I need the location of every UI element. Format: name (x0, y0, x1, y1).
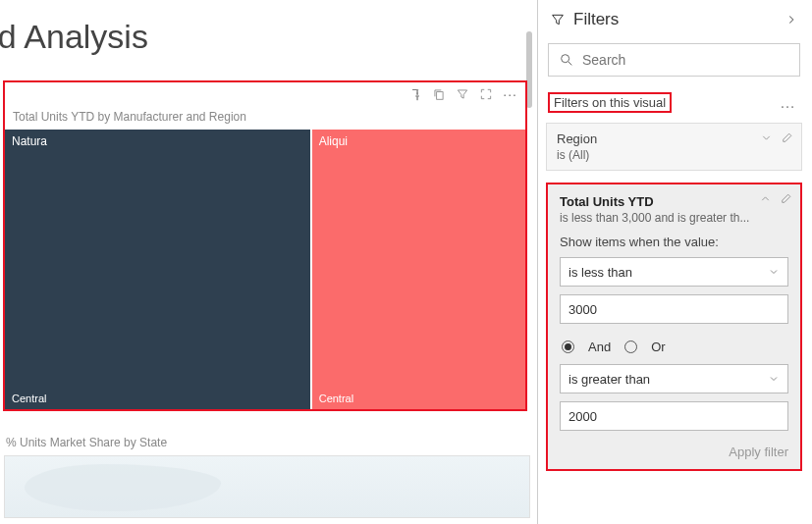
value-input-2[interactable] (560, 401, 788, 431)
filter-desc: is less than 3,000 and is greater th... (560, 211, 788, 225)
treemap-body[interactable]: Natura Central Aliqui Central (5, 130, 525, 409)
svg-point-1 (562, 55, 569, 63)
filter-title: Total Units YTD (560, 194, 788, 209)
treemap-cell-aliqui[interactable]: Aliqui Central (312, 130, 525, 409)
treemap-cell-natura[interactable]: Natura Central (5, 130, 312, 409)
apply-filter-button[interactable]: Apply filter (560, 445, 788, 459)
funnel-icon (550, 12, 566, 27)
filter-card-region[interactable]: Region is (All) (546, 123, 802, 171)
operator-value: is less than (568, 265, 632, 280)
focus-mode-icon[interactable] (479, 87, 493, 101)
treemap-visual[interactable]: ··· Total Units YTD by Manufacturer and … (3, 80, 527, 411)
operator-select-1[interactable]: is less than (560, 257, 788, 287)
filters-search[interactable] (548, 43, 800, 77)
cell-manufacturer-label: Natura (12, 134, 47, 148)
chevron-right-icon[interactable] (785, 13, 798, 26)
filter-desc: is (All) (557, 148, 791, 162)
show-items-label: Show items when the value: (560, 235, 788, 249)
operator-value: is greater than (568, 372, 650, 387)
filter-icon[interactable] (456, 87, 469, 101)
radio-and[interactable] (562, 341, 574, 353)
search-input[interactable] (582, 52, 789, 68)
filters-section-header: Filters on this visual … (538, 86, 810, 119)
chevron-down-icon[interactable] (760, 131, 773, 144)
filter-title: Region (557, 131, 791, 146)
pin-icon[interactable] (408, 87, 422, 101)
eraser-icon[interactable] (780, 192, 792, 205)
visual-toolbar: ··· (5, 82, 525, 106)
eraser-icon[interactable] (781, 131, 793, 144)
section-more-icon[interactable]: … (776, 94, 800, 112)
page-title: end Analysis (0, 0, 535, 64)
cell-region-label: Central (319, 393, 353, 404)
copy-icon[interactable] (432, 87, 446, 101)
value-input-1[interactable] (560, 294, 788, 324)
radio-or-label: Or (651, 340, 665, 354)
svg-rect-0 (437, 92, 443, 100)
filters-pane: Filters Filters on this visual … Region … (537, 0, 810, 524)
chevron-down-icon (768, 266, 780, 278)
chevron-down-icon (768, 373, 780, 385)
operator-select-2[interactable]: is greater than (560, 364, 788, 393)
search-icon (559, 52, 574, 68)
visual-title: Total Units YTD by Manufacturer and Regi… (5, 106, 525, 130)
filters-title: Filters (573, 10, 777, 29)
logic-operator-row: And Or (562, 340, 788, 354)
more-options-icon[interactable]: ··· (503, 86, 517, 102)
radio-or[interactable] (624, 341, 637, 353)
cell-manufacturer-label: Aliqui (319, 134, 348, 148)
map-visual[interactable] (4, 455, 530, 518)
chevron-up-icon[interactable] (759, 192, 772, 205)
filter-card-total-units[interactable]: Total Units YTD is less than 3,000 and i… (546, 183, 802, 471)
section-label: Filters on this visual (548, 92, 672, 113)
radio-and-label: And (588, 340, 611, 354)
map-visual-title: % Units Market Share by State (6, 436, 167, 449)
cell-region-label: Central (12, 393, 46, 404)
filters-header: Filters (538, 0, 810, 39)
